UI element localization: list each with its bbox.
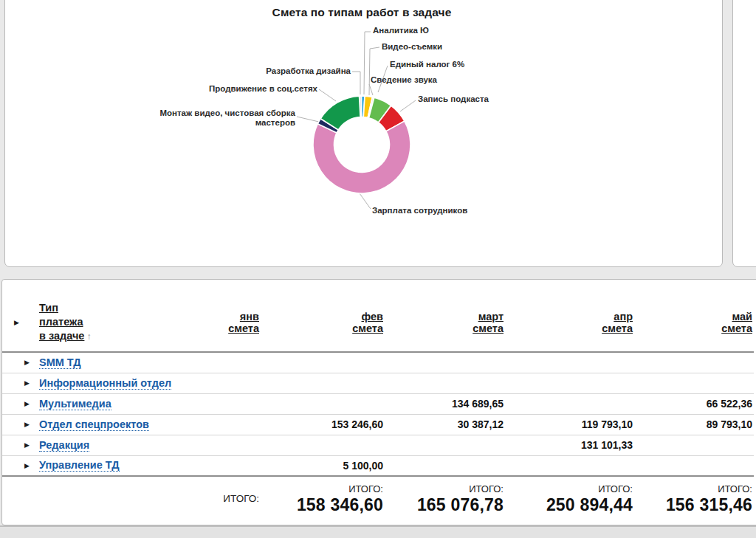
cell-value (505, 352, 634, 373)
table-row: ▶ Отдел спецпроектов153 246,6030 387,121… (2, 414, 754, 435)
table-row: ▶ SMM ТД (2, 352, 754, 373)
segment-label: Монтаж видео, чистовая сборка мастеров (148, 108, 295, 128)
row-link[interactable]: Отдел спецпроектов (39, 418, 149, 431)
cell-value: 119 793,10 (505, 414, 634, 435)
segment-label: Аналитика Ю (373, 26, 429, 35)
row-expand-icon[interactable]: ▶ (23, 421, 39, 428)
sort-asc-icon[interactable]: ↑ (86, 331, 91, 342)
month-column-header[interactable]: март смета (385, 293, 505, 352)
cell-value (261, 373, 385, 393)
month-column-header[interactable]: май смета (634, 293, 754, 352)
segment-label: Единый налог 6% (390, 60, 464, 69)
donut-chart: Смета по типам работ в задаче Разработка… (0, 0, 756, 280)
row-link[interactable]: Информационный отдел (39, 377, 171, 390)
month-column-header[interactable]: апр смета (505, 293, 634, 352)
segment-label: Продвижение в соц.сетях (185, 84, 317, 94)
totals-row-label: ИТОГО: (182, 476, 261, 520)
row-expand-icon[interactable]: ▶ (23, 441, 39, 449)
cell-value: 134 689,65 (385, 393, 505, 414)
cell-value (385, 455, 505, 476)
table-row: ▶ Мультимедиа134 689,6566 522,36 (2, 393, 754, 414)
cell-value: 30 387,12 (385, 414, 505, 435)
row-expand-icon[interactable]: ▶ (23, 359, 39, 366)
cell-value (505, 393, 634, 414)
totals-caption: ИТОГО: (385, 483, 504, 495)
segment-label: Видео-съемки (382, 42, 442, 52)
callout-line (352, 72, 360, 94)
type-column-header-cell: ▶ Тип платежа в задаче↑ (2, 293, 182, 352)
cell-value (634, 373, 754, 393)
totals-value: 156 315,46 (634, 495, 752, 514)
cell-value (385, 435, 505, 455)
totals-caption: ИТОГО: (505, 483, 633, 495)
cell-value (505, 373, 634, 393)
donut-chart-svg (0, 0, 756, 280)
table-header-row: ▶ Тип платежа в задаче↑ янв сметафев сме… (2, 293, 754, 352)
callout-line (400, 100, 416, 111)
callout-line (297, 117, 322, 123)
cell-value (634, 435, 754, 455)
totals-cell: ИТОГО: 165 076,78 (385, 476, 505, 520)
cell-value: 153 246,60 (261, 414, 385, 435)
page-footer-strip (0, 525, 756, 538)
cell-value: 131 101,33 (505, 435, 634, 455)
cell-value: 89 793,10 (634, 414, 754, 435)
cell-value (261, 435, 385, 455)
totals-value: 165 076,78 (385, 495, 504, 514)
row-link[interactable]: Мультимедиа (39, 398, 111, 410)
cell-value (261, 393, 385, 414)
cell-value: 5 100,00 (261, 455, 385, 476)
totals-cell: ИТОГО: 156 315,46 (634, 476, 754, 520)
header-expand-icon[interactable]: ▶ (14, 319, 39, 326)
type-column-header[interactable]: Тип платежа в задаче↑ (39, 301, 128, 344)
dashboard: Смета по типам работ в задаче Разработка… (0, 0, 756, 538)
cell-value (385, 352, 505, 373)
month-column-header[interactable]: фев смета (261, 293, 385, 352)
segment-label: Запись подкаста (418, 94, 489, 104)
table-row: ▶ Информационный отдел (2, 373, 754, 393)
cell-value (505, 455, 634, 476)
budget-table-panel: ▶ Тип платежа в задаче↑ янв сметафев сме… (1, 279, 756, 525)
row-expand-icon[interactable]: ▶ (23, 379, 39, 387)
cell-value: 66 522,36 (634, 393, 754, 414)
cell-value (182, 373, 261, 393)
cell-value (634, 455, 754, 476)
row-link[interactable]: Управление ТД (39, 459, 120, 472)
totals-value: 250 894,44 (505, 495, 633, 514)
cell-value (182, 393, 261, 414)
row-expand-icon[interactable]: ▶ (23, 400, 39, 407)
cell-value (182, 435, 261, 455)
totals-caption: ИТОГО: (261, 483, 383, 495)
cell-value (182, 414, 261, 435)
row-expand-icon[interactable]: ▶ (23, 462, 39, 469)
segment-label: Сведение звука (371, 75, 437, 85)
callout-line (319, 89, 336, 101)
callout-line (369, 84, 373, 95)
row-link[interactable]: Редакция (39, 439, 89, 452)
totals-caption: ИТОГО: (634, 483, 752, 495)
donut-segment[interactable] (313, 121, 410, 193)
cell-value (385, 373, 505, 393)
totals-cell: ИТОГО: 158 346,60 (261, 476, 385, 520)
totals-cell: ИТОГО: 250 894,44 (505, 476, 634, 520)
totals-row: ИТОГО:ИТОГО: 158 346,60ИТОГО: 165 076,78… (2, 476, 754, 520)
cell-value (634, 352, 754, 373)
row-link[interactable]: SMM ТД (39, 356, 81, 369)
segment-label: Зарплата сотрудников (372, 206, 467, 215)
callout-line (360, 193, 371, 209)
month-column-header[interactable]: янв смета (182, 293, 261, 352)
cell-value (261, 352, 385, 373)
budget-table: ▶ Тип платежа в задаче↑ янв сметафев сме… (2, 293, 754, 520)
cell-value (182, 455, 261, 476)
table-row: ▶ Управление ТД5 100,00 (2, 455, 754, 476)
table-row: ▶ Редакция131 101,33 (2, 435, 754, 455)
segment-label: Разработка дизайна (233, 66, 351, 76)
cell-value (182, 352, 261, 373)
totals-value: 158 346,60 (261, 495, 383, 514)
